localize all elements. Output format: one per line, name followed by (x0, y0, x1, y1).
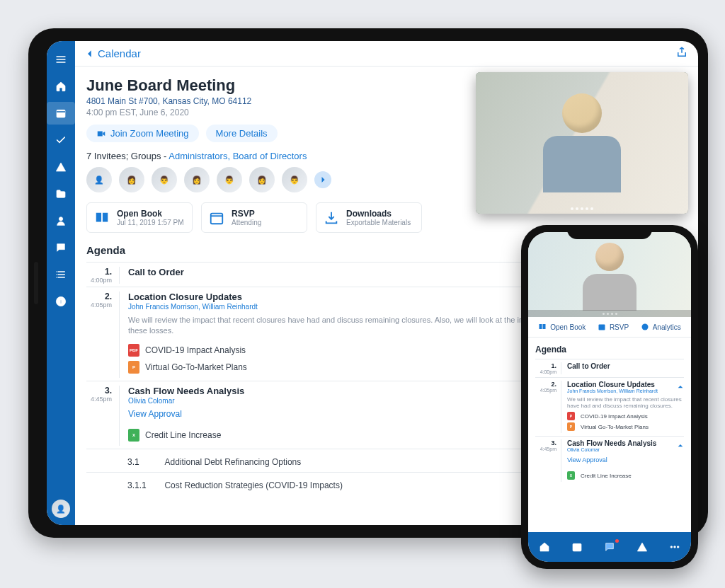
avatar[interactable]: 👨 (152, 167, 177, 192)
phone-video-pip[interactable] (528, 232, 691, 317)
phone-tabs: Open Book RSVP Analytics (528, 317, 691, 338)
phone-agenda-item[interactable]: 1.4:00pm Call to Order (535, 359, 684, 377)
share-icon (675, 46, 688, 59)
file-label: Credit Line Increase (581, 473, 632, 479)
phone-nav-more[interactable] (668, 540, 682, 554)
downloads-card[interactable]: Downloads Exportable Materials (316, 202, 422, 233)
card-sublabel: Attending (232, 219, 261, 226)
phone-content: Agenda 1.4:00pm Call to Order 2.4:05pm L… (528, 338, 691, 532)
file-attachment[interactable]: XCredit Line Increase (567, 471, 684, 480)
home-icon (55, 81, 67, 92)
svg-point-8 (670, 546, 673, 548)
person-icon (55, 215, 67, 226)
svg-point-6 (641, 324, 648, 330)
agenda-num: 1. (86, 267, 112, 277)
pdf-icon: PDF (128, 344, 139, 357)
video-drag-handle[interactable] (568, 207, 596, 212)
chat-icon (55, 242, 67, 253)
chevron-up-icon (677, 442, 684, 449)
avatar[interactable]: 👨 (217, 167, 242, 192)
agenda-time: 4:45pm (535, 446, 556, 451)
alert-icon (55, 161, 67, 173)
phone-screen: Open Book RSVP Analytics Agenda 1.4:00pm… (528, 232, 691, 562)
list-icon (55, 269, 67, 280)
sidebar-messages[interactable] (47, 236, 75, 259)
video-participant (540, 93, 624, 192)
invitees-prefix: 7 Invitees; Groups - (86, 151, 169, 161)
video-call-pip[interactable] (476, 72, 688, 214)
svg-point-9 (674, 546, 676, 548)
calendar-icon (571, 541, 583, 553)
chevron-right-icon (319, 175, 327, 184)
sidebar-calendar[interactable] (47, 102, 75, 125)
back-to-calendar[interactable]: Calendar (85, 47, 141, 59)
more-details-button[interactable]: More Details (206, 125, 278, 142)
avatar[interactable]: 👨 (282, 167, 307, 192)
avatar[interactable]: 👤 (86, 167, 112, 192)
phone-tab-openbook[interactable]: Open Book (538, 323, 586, 331)
agenda-num: 2. (535, 381, 556, 388)
info-icon: i (55, 296, 67, 307)
phone-nav-alerts[interactable] (635, 540, 649, 554)
agenda-subtitle: Additional Debt Refinancing Options (164, 457, 301, 467)
collapse-toggle[interactable] (677, 442, 684, 449)
xls-icon: X (128, 429, 139, 442)
agenda-time: 4:45pm (86, 396, 112, 403)
video-icon (96, 129, 106, 139)
file-label: Virtual Go-To-Market Plans (581, 424, 649, 430)
file-label: Virtual Go-To-Market Plans (145, 362, 247, 372)
tab-label: Analytics (653, 323, 681, 331)
more-avatars[interactable] (314, 171, 331, 188)
file-attachment[interactable]: PCOVID-19 Impact Analysis (567, 412, 684, 420)
sidebar-info[interactable]: i (47, 290, 75, 313)
collapse-toggle[interactable] (677, 384, 684, 391)
agenda-num: 3. (535, 439, 556, 446)
file-attachment[interactable]: PVirtual Go-To-Market Plans (567, 422, 684, 431)
phone-agenda-item[interactable]: 3.4:45pm Cash Flow Needs Analysis Olivia… (535, 436, 684, 485)
agenda-subtitle: Cost Reduction Strategies (COVID-19 Impa… (164, 480, 342, 490)
card-label: Open Book (117, 209, 184, 219)
svg-text:i: i (60, 298, 62, 305)
share-button[interactable] (675, 46, 688, 62)
video-drag-handle[interactable] (528, 310, 691, 317)
invitees-groups[interactable]: Administrators, Board of Directors (169, 151, 307, 161)
phone-agenda-item[interactable]: 2.4:05pm Location Closure Updates John F… (535, 377, 684, 436)
sidebar-menu[interactable] (47, 48, 75, 71)
svg-rect-4 (211, 213, 223, 224)
sidebar-files[interactable] (47, 183, 75, 205)
hamburger-icon (55, 54, 67, 65)
view-approval-link[interactable]: View Approval (128, 409, 182, 419)
phone-nav-messages[interactable] (603, 540, 617, 554)
join-zoom-button[interactable]: Join Zoom Meeting (86, 125, 199, 142)
ppt-icon: P (567, 422, 575, 431)
pie-icon (641, 323, 649, 331)
avatar[interactable]: 👩 (119, 167, 144, 192)
phone-nav-calendar[interactable] (570, 540, 584, 554)
join-zoom-label: Join Zoom Meeting (110, 128, 189, 139)
sidebar-tasks[interactable] (47, 129, 75, 151)
phone-agenda-heading: Agenda (535, 345, 684, 354)
svg-rect-7 (573, 543, 581, 551)
sidebar-home[interactable] (47, 75, 75, 98)
calendar-icon (598, 323, 606, 331)
sidebar-profile-avatar[interactable]: 👤 (52, 500, 70, 518)
avatar[interactable]: 👩 (249, 167, 275, 192)
video-participant (581, 243, 638, 306)
avatar[interactable]: 👩 (184, 167, 210, 192)
calendar-icon (209, 210, 224, 226)
view-approval-link[interactable]: View Approval (567, 456, 607, 463)
rsvp-card[interactable]: RSVP Attending (201, 202, 307, 233)
phone-tab-rsvp[interactable]: RSVP (598, 323, 629, 331)
phone-device: Open Book RSVP Analytics Agenda 1.4:00pm… (521, 225, 698, 569)
card-label: RSVP (232, 209, 261, 219)
svg-rect-0 (57, 110, 65, 117)
calendar-icon (55, 108, 67, 119)
sidebar-list[interactable] (47, 263, 75, 286)
phone-nav-home[interactable] (537, 540, 552, 554)
agenda-presenters: John Francis Morrison, William Reinhardt (567, 388, 684, 393)
check-icon (55, 134, 67, 146)
phone-tab-analytics[interactable]: Analytics (641, 323, 681, 331)
sidebar-people[interactable] (47, 209, 75, 232)
sidebar-alerts[interactable] (47, 156, 75, 178)
open-book-card[interactable]: Open Book Jul 11, 2019 1:57 PM (86, 202, 193, 233)
